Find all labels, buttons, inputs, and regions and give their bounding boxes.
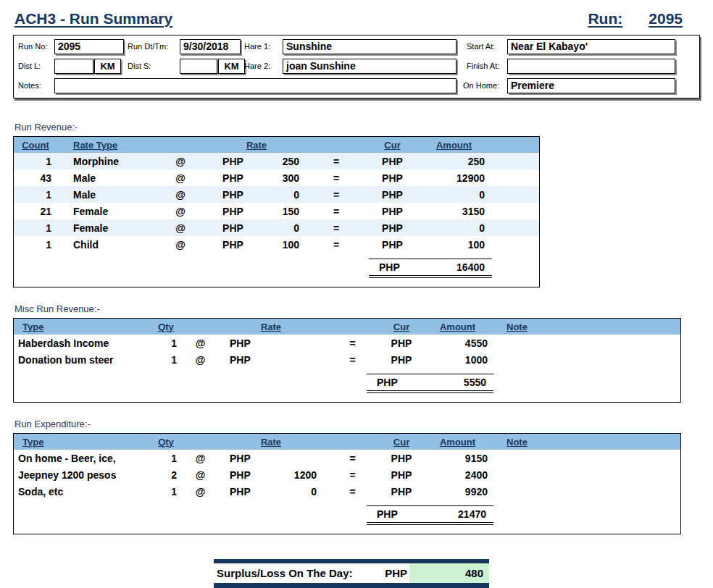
total-currency: PHP xyxy=(367,508,398,520)
misc-revenue-total-row: PHP 5550 xyxy=(14,374,680,393)
qty-cell: 2 xyxy=(148,469,184,481)
dist-s-label: Dist S: xyxy=(128,62,151,70)
expenditure-section-label: Run Expenditure:- xyxy=(14,419,700,429)
surplus-section: Surplus/Loss On The Day: PHP 480 xyxy=(214,559,489,588)
at-symbol: @ xyxy=(184,337,217,349)
at-symbol: @ xyxy=(151,189,209,201)
rate-type-cell: Female xyxy=(57,206,151,217)
qty-cell: 1 xyxy=(148,486,184,497)
column-header-type: Type xyxy=(14,437,148,448)
column-header-note: Note xyxy=(492,322,680,332)
currency-cell: PHP xyxy=(369,222,416,234)
run-revenue-section-label: Run Revenue:- xyxy=(14,122,700,133)
hare2-label: Hare 2: xyxy=(244,62,270,70)
expenditure-total-row: PHP 21470 xyxy=(14,505,680,525)
equals-symbol: = xyxy=(304,222,369,234)
table-row: Donation bum steer 1 @ PHP = PHP 1000 xyxy=(14,351,680,368)
misc-revenue-section-label: Misc Run Revenue:- xyxy=(14,303,700,314)
on-home-field[interactable]: Premiere xyxy=(507,78,675,93)
column-header-count: Count xyxy=(14,140,57,151)
surplus-label: Surplus/Loss On The Day: xyxy=(214,567,353,579)
amount-cell: 3150 xyxy=(416,206,492,217)
amount-cell: 4550 xyxy=(423,337,492,349)
expenditure-header-row: Type Qty Rate Cur Amount Note xyxy=(14,434,680,450)
rate-cell: 0 xyxy=(257,189,304,201)
at-symbol: @ xyxy=(184,453,217,464)
count-cell: 1 xyxy=(14,239,57,251)
currency-cell: PHP xyxy=(217,354,257,366)
dist-l-field[interactable] xyxy=(54,59,93,74)
column-header-amount: Amount xyxy=(416,140,492,151)
currency-cell: PHP xyxy=(380,453,423,464)
currency-cell: PHP xyxy=(369,206,416,217)
qty-cell: 1 xyxy=(148,453,184,464)
expenditure-total: PHP 21470 xyxy=(367,505,493,525)
column-header-qty: Qty xyxy=(148,322,184,332)
surplus-row: Surplus/Loss On The Day: PHP 480 xyxy=(214,563,489,583)
at-symbol: @ xyxy=(151,206,209,217)
run-revenue-total-row: PHP 16400 xyxy=(14,259,539,278)
run-no-field[interactable]: 2095 xyxy=(54,39,124,54)
hare2-field[interactable]: joan Sunshine xyxy=(283,59,456,74)
table-row: 1 Child @ PHP 100 = PHP 100 xyxy=(14,236,539,253)
column-header-amount: Amount xyxy=(423,322,492,332)
total-amount: 16400 xyxy=(400,261,492,273)
amount-cell: 12900 xyxy=(416,172,492,184)
currency-cell: PHP xyxy=(369,239,416,251)
at-symbol: @ xyxy=(151,156,209,167)
rate-cell: 100 xyxy=(257,239,304,251)
column-header-cur: Cur xyxy=(380,322,423,332)
table-row: 1 Morphine @ PHP 250 = PHP 250 xyxy=(14,153,539,169)
qty-cell: 1 xyxy=(148,354,184,366)
equals-symbol: = xyxy=(325,469,380,481)
equals-symbol: = xyxy=(325,486,380,497)
surplus-bottom-bar xyxy=(214,583,489,588)
count-cell: 1 xyxy=(14,222,57,234)
total-amount: 5550 xyxy=(398,377,493,388)
rate-type-cell: Male xyxy=(57,172,151,184)
currency-cell: PHP xyxy=(209,239,257,251)
currency-cell: PHP xyxy=(209,156,257,167)
rate-cell: 300 xyxy=(257,172,304,184)
total-currency: PHP xyxy=(367,377,398,388)
hare1-field[interactable]: Sunshine xyxy=(283,39,456,54)
table-row: Jeepney 1200 pesos 2 @ PHP 1200 = PHP 24… xyxy=(14,466,680,483)
page-title: ACH3 - Run Summary xyxy=(14,10,172,28)
currency-cell: PHP xyxy=(209,189,257,201)
currency-cell: PHP xyxy=(209,172,257,184)
currency-cell: PHP xyxy=(217,469,257,481)
amount-cell: 9150 xyxy=(423,453,492,464)
run-number: 2095 xyxy=(649,10,683,28)
start-at-label: Start At: xyxy=(467,42,495,51)
total-amount: 21470 xyxy=(398,508,493,520)
table-row: 1 Female @ PHP 0 = PHP 0 xyxy=(14,219,539,236)
run-label: Run: xyxy=(588,10,622,28)
dist-s-unit: KM xyxy=(218,59,245,74)
equals-symbol: = xyxy=(304,239,369,251)
column-header-amount: Amount xyxy=(423,437,492,448)
at-symbol: @ xyxy=(151,239,209,251)
equals-symbol: = xyxy=(304,156,369,167)
table-row: Soda, etc 1 @ PHP 0 = PHP 9920 xyxy=(14,483,680,500)
finish-at-field[interactable] xyxy=(507,59,675,74)
run-dt-field[interactable]: 9/30/2018 xyxy=(180,39,241,54)
at-symbol: @ xyxy=(151,222,209,234)
notes-field[interactable] xyxy=(54,78,456,93)
qty-cell: 1 xyxy=(148,337,184,349)
notes-label: Notes: xyxy=(18,81,41,90)
dist-l-label: Dist L: xyxy=(18,62,41,70)
column-header-note: Note xyxy=(492,437,680,448)
amount-cell: 1000 xyxy=(423,354,492,366)
finish-at-label: Finish At: xyxy=(467,62,499,70)
rate-type-cell: Child xyxy=(57,239,151,251)
at-symbol: @ xyxy=(151,172,209,184)
column-header-rate: Rate xyxy=(217,437,325,448)
amount-cell: 9920 xyxy=(423,486,492,497)
start-at-field[interactable]: Near El Kabayo' xyxy=(507,39,675,54)
count-cell: 1 xyxy=(14,189,57,201)
amount-cell: 250 xyxy=(416,156,492,167)
hare1-label: Hare 1: xyxy=(244,42,270,51)
dist-s-field[interactable] xyxy=(180,59,217,74)
currency-cell: PHP xyxy=(217,486,257,497)
currency-cell: PHP xyxy=(380,354,423,366)
